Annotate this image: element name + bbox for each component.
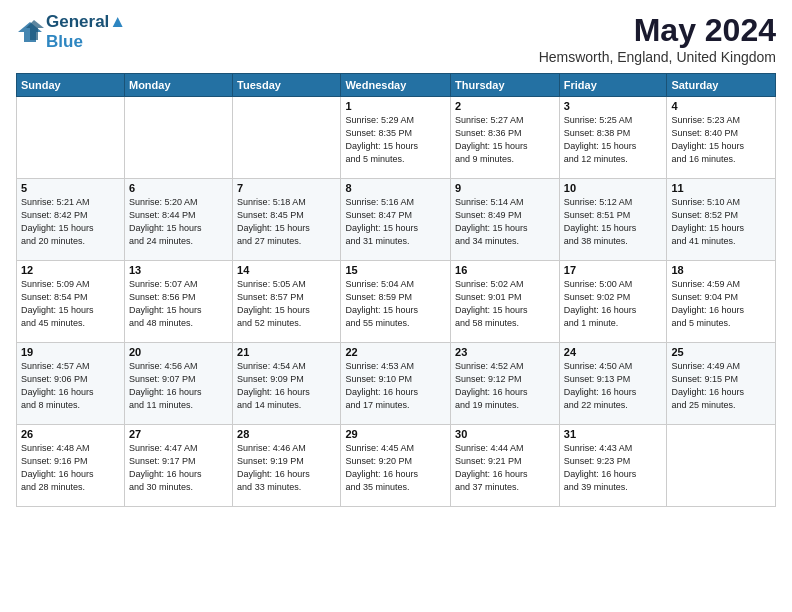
day-info: Sunrise: 4:52 AM Sunset: 9:12 PM Dayligh… [455, 360, 555, 412]
day-number: 20 [129, 346, 228, 358]
calendar-cell: 2Sunrise: 5:27 AM Sunset: 8:36 PM Daylig… [451, 97, 560, 179]
day-info: Sunrise: 4:43 AM Sunset: 9:23 PM Dayligh… [564, 442, 663, 494]
day-number: 3 [564, 100, 663, 112]
calendar-cell: 10Sunrise: 5:12 AM Sunset: 8:51 PM Dayli… [559, 179, 667, 261]
calendar-cell: 21Sunrise: 4:54 AM Sunset: 9:09 PM Dayli… [233, 343, 341, 425]
day-info: Sunrise: 5:02 AM Sunset: 9:01 PM Dayligh… [455, 278, 555, 330]
day-number: 24 [564, 346, 663, 358]
calendar-cell [124, 97, 232, 179]
day-number: 5 [21, 182, 120, 194]
calendar-cell: 8Sunrise: 5:16 AM Sunset: 8:47 PM Daylig… [341, 179, 451, 261]
calendar-cell: 12Sunrise: 5:09 AM Sunset: 8:54 PM Dayli… [17, 261, 125, 343]
day-number: 16 [455, 264, 555, 276]
day-info: Sunrise: 5:09 AM Sunset: 8:54 PM Dayligh… [21, 278, 120, 330]
title-block: May 2024 Hemsworth, England, United King… [539, 12, 776, 65]
calendar-cell: 26Sunrise: 4:48 AM Sunset: 9:16 PM Dayli… [17, 425, 125, 507]
day-number: 27 [129, 428, 228, 440]
day-number: 6 [129, 182, 228, 194]
day-info: Sunrise: 4:59 AM Sunset: 9:04 PM Dayligh… [671, 278, 771, 330]
day-info: Sunrise: 4:56 AM Sunset: 9:07 PM Dayligh… [129, 360, 228, 412]
day-number: 29 [345, 428, 446, 440]
calendar-cell: 24Sunrise: 4:50 AM Sunset: 9:13 PM Dayli… [559, 343, 667, 425]
day-info: Sunrise: 4:50 AM Sunset: 9:13 PM Dayligh… [564, 360, 663, 412]
day-number: 18 [671, 264, 771, 276]
day-number: 13 [129, 264, 228, 276]
month-title: May 2024 [539, 12, 776, 49]
calendar-cell: 28Sunrise: 4:46 AM Sunset: 9:19 PM Dayli… [233, 425, 341, 507]
calendar-cell: 18Sunrise: 4:59 AM Sunset: 9:04 PM Dayli… [667, 261, 776, 343]
day-info: Sunrise: 4:48 AM Sunset: 9:16 PM Dayligh… [21, 442, 120, 494]
calendar-cell: 7Sunrise: 5:18 AM Sunset: 8:45 PM Daylig… [233, 179, 341, 261]
page: General▲ Blue May 2024 Hemsworth, Englan… [0, 0, 792, 612]
calendar-header-friday: Friday [559, 74, 667, 97]
calendar-cell: 30Sunrise: 4:44 AM Sunset: 9:21 PM Dayli… [451, 425, 560, 507]
logo: General▲ Blue [16, 12, 126, 51]
calendar-week-2: 12Sunrise: 5:09 AM Sunset: 8:54 PM Dayli… [17, 261, 776, 343]
day-number: 7 [237, 182, 336, 194]
calendar-cell [233, 97, 341, 179]
day-number: 10 [564, 182, 663, 194]
calendar-header-monday: Monday [124, 74, 232, 97]
calendar-cell: 19Sunrise: 4:57 AM Sunset: 9:06 PM Dayli… [17, 343, 125, 425]
day-number: 19 [21, 346, 120, 358]
day-info: Sunrise: 4:46 AM Sunset: 9:19 PM Dayligh… [237, 442, 336, 494]
day-number: 2 [455, 100, 555, 112]
calendar-cell: 4Sunrise: 5:23 AM Sunset: 8:40 PM Daylig… [667, 97, 776, 179]
calendar-cell: 20Sunrise: 4:56 AM Sunset: 9:07 PM Dayli… [124, 343, 232, 425]
calendar-cell: 3Sunrise: 5:25 AM Sunset: 8:38 PM Daylig… [559, 97, 667, 179]
day-number: 8 [345, 182, 446, 194]
day-info: Sunrise: 5:25 AM Sunset: 8:38 PM Dayligh… [564, 114, 663, 166]
calendar-header-sunday: Sunday [17, 74, 125, 97]
day-info: Sunrise: 4:47 AM Sunset: 9:17 PM Dayligh… [129, 442, 228, 494]
calendar-cell: 14Sunrise: 5:05 AM Sunset: 8:57 PM Dayli… [233, 261, 341, 343]
day-number: 25 [671, 346, 771, 358]
day-number: 9 [455, 182, 555, 194]
day-info: Sunrise: 5:21 AM Sunset: 8:42 PM Dayligh… [21, 196, 120, 248]
calendar-header-row: SundayMondayTuesdayWednesdayThursdayFrid… [17, 74, 776, 97]
calendar-cell: 11Sunrise: 5:10 AM Sunset: 8:52 PM Dayli… [667, 179, 776, 261]
calendar-cell: 23Sunrise: 4:52 AM Sunset: 9:12 PM Dayli… [451, 343, 560, 425]
day-info: Sunrise: 5:23 AM Sunset: 8:40 PM Dayligh… [671, 114, 771, 166]
calendar-cell: 17Sunrise: 5:00 AM Sunset: 9:02 PM Dayli… [559, 261, 667, 343]
day-number: 21 [237, 346, 336, 358]
day-info: Sunrise: 5:12 AM Sunset: 8:51 PM Dayligh… [564, 196, 663, 248]
calendar-cell [17, 97, 125, 179]
calendar-header-thursday: Thursday [451, 74, 560, 97]
calendar-cell: 16Sunrise: 5:02 AM Sunset: 9:01 PM Dayli… [451, 261, 560, 343]
day-number: 31 [564, 428, 663, 440]
day-info: Sunrise: 5:00 AM Sunset: 9:02 PM Dayligh… [564, 278, 663, 330]
calendar-cell: 29Sunrise: 4:45 AM Sunset: 9:20 PM Dayli… [341, 425, 451, 507]
day-info: Sunrise: 4:54 AM Sunset: 9:09 PM Dayligh… [237, 360, 336, 412]
day-info: Sunrise: 5:10 AM Sunset: 8:52 PM Dayligh… [671, 196, 771, 248]
location: Hemsworth, England, United Kingdom [539, 49, 776, 65]
day-info: Sunrise: 5:29 AM Sunset: 8:35 PM Dayligh… [345, 114, 446, 166]
day-number: 15 [345, 264, 446, 276]
day-number: 17 [564, 264, 663, 276]
calendar-header-saturday: Saturday [667, 74, 776, 97]
day-info: Sunrise: 4:57 AM Sunset: 9:06 PM Dayligh… [21, 360, 120, 412]
calendar-cell: 5Sunrise: 5:21 AM Sunset: 8:42 PM Daylig… [17, 179, 125, 261]
header: General▲ Blue May 2024 Hemsworth, Englan… [16, 12, 776, 65]
day-info: Sunrise: 5:27 AM Sunset: 8:36 PM Dayligh… [455, 114, 555, 166]
calendar-cell: 22Sunrise: 4:53 AM Sunset: 9:10 PM Dayli… [341, 343, 451, 425]
logo-text: General▲ Blue [46, 12, 126, 51]
calendar-cell: 6Sunrise: 5:20 AM Sunset: 8:44 PM Daylig… [124, 179, 232, 261]
calendar-cell: 31Sunrise: 4:43 AM Sunset: 9:23 PM Dayli… [559, 425, 667, 507]
calendar-cell: 27Sunrise: 4:47 AM Sunset: 9:17 PM Dayli… [124, 425, 232, 507]
calendar-cell: 13Sunrise: 5:07 AM Sunset: 8:56 PM Dayli… [124, 261, 232, 343]
day-info: Sunrise: 4:53 AM Sunset: 9:10 PM Dayligh… [345, 360, 446, 412]
calendar-table: SundayMondayTuesdayWednesdayThursdayFrid… [16, 73, 776, 507]
day-info: Sunrise: 5:07 AM Sunset: 8:56 PM Dayligh… [129, 278, 228, 330]
calendar-cell: 15Sunrise: 5:04 AM Sunset: 8:59 PM Dayli… [341, 261, 451, 343]
calendar-cell: 1Sunrise: 5:29 AM Sunset: 8:35 PM Daylig… [341, 97, 451, 179]
day-info: Sunrise: 5:18 AM Sunset: 8:45 PM Dayligh… [237, 196, 336, 248]
day-info: Sunrise: 5:05 AM Sunset: 8:57 PM Dayligh… [237, 278, 336, 330]
day-number: 12 [21, 264, 120, 276]
calendar-cell [667, 425, 776, 507]
day-info: Sunrise: 4:44 AM Sunset: 9:21 PM Dayligh… [455, 442, 555, 494]
day-number: 14 [237, 264, 336, 276]
day-number: 1 [345, 100, 446, 112]
day-number: 4 [671, 100, 771, 112]
day-info: Sunrise: 5:20 AM Sunset: 8:44 PM Dayligh… [129, 196, 228, 248]
calendar-week-0: 1Sunrise: 5:29 AM Sunset: 8:35 PM Daylig… [17, 97, 776, 179]
